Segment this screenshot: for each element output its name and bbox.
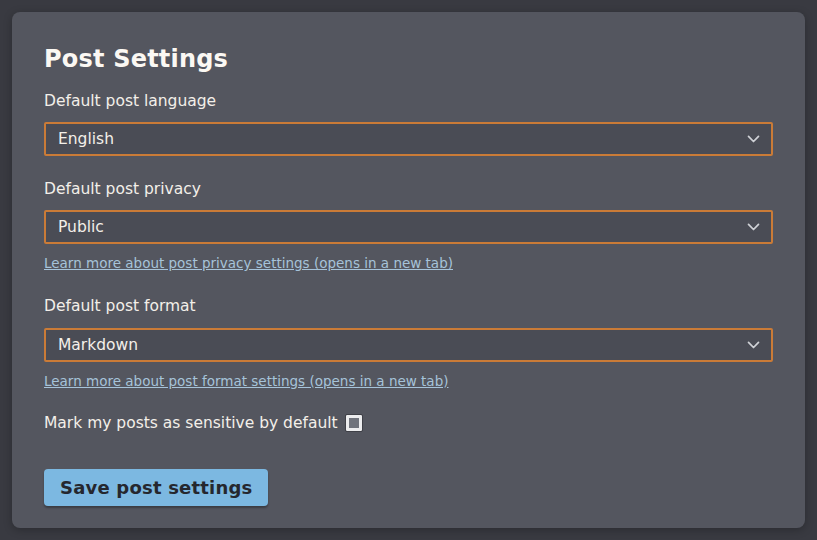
privacy-select-wrap: Public — [44, 210, 773, 244]
privacy-learn-more-link[interactable]: Learn more about post privacy settings (… — [44, 255, 453, 272]
save-post-settings-button[interactable]: Save post settings — [44, 469, 268, 506]
sensitive-checkbox[interactable] — [346, 415, 362, 431]
format-learn-more-link[interactable]: Learn more about post format settings (o… — [44, 373, 448, 390]
language-label: Default post language — [44, 92, 773, 111]
format-label: Default post format — [44, 297, 773, 316]
privacy-select[interactable]: Public — [44, 210, 773, 244]
language-select-wrap: English — [44, 122, 773, 156]
sensitive-label: Mark my posts as sensitive by default — [44, 414, 338, 432]
format-select-wrap: Markdown — [44, 328, 773, 362]
privacy-label: Default post privacy — [44, 180, 773, 199]
sensitive-checkbox-row: Mark my posts as sensitive by default — [44, 414, 773, 432]
post-settings-panel: Post Settings Default post language Engl… — [12, 12, 805, 528]
language-select[interactable]: English — [44, 122, 773, 156]
page-title: Post Settings — [44, 46, 773, 74]
format-select[interactable]: Markdown — [44, 328, 773, 362]
